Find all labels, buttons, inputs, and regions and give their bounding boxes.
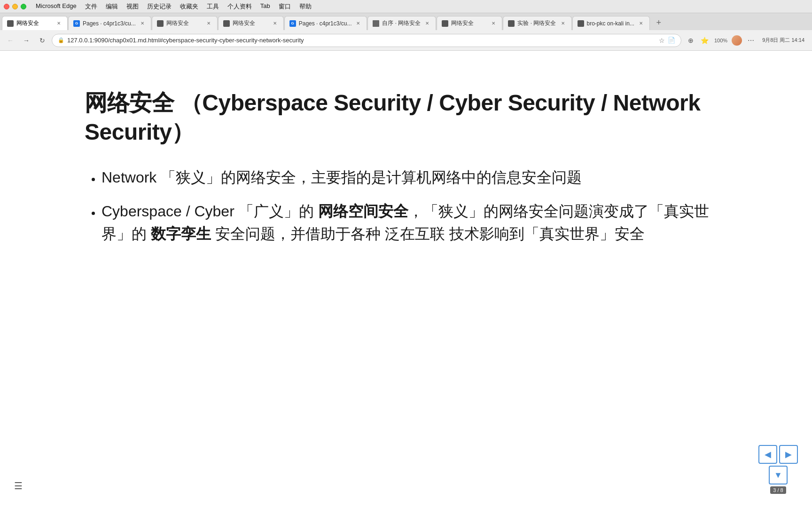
minimize-window-button[interactable] — [12, 4, 18, 9]
tab-3-title: 网络安全 — [166, 19, 202, 27]
tab-1-title: 网络安全 — [16, 19, 52, 27]
lock-icon: 🔒 — [58, 37, 64, 43]
tab-4-title: 网络安全 — [233, 19, 268, 27]
back-button[interactable]: ← — [4, 34, 17, 47]
new-tab-button[interactable]: + — [652, 16, 665, 29]
tab-9-title: bro-pkc on-kali in... — [587, 20, 634, 27]
tab-5-close[interactable]: ✕ — [354, 20, 362, 27]
hamburger-menu-button[interactable]: ☰ — [14, 480, 23, 492]
tab-2-title: Pages · c4pr1c3/cu... — [83, 20, 136, 27]
menu-edit[interactable]: 编辑 — [102, 1, 122, 12]
tab-7-favicon — [442, 20, 448, 27]
tab-5-favicon: G — [289, 20, 296, 27]
bullet-item-1: Network 「狭义」的网络安全，主要指的是计算机网络中的信息安全问题 — [102, 166, 727, 189]
browser-chrome: 网络安全 ✕ G Pages · c4pr1c3/cu... ✕ 网络安全 ✕ … — [0, 13, 812, 51]
datetime-display: 9月8日 周二 14:14 — [758, 37, 808, 44]
menu-profile[interactable]: 个人资料 — [224, 1, 256, 12]
tab-8-title: 实验 · 网络安全 — [517, 19, 556, 27]
bookmark-icon[interactable]: ☆ — [659, 37, 665, 44]
tab-bar: 网络安全 ✕ G Pages · c4pr1c3/cu... ✕ 网络安全 ✕ … — [0, 13, 812, 30]
page-counter: 3 / 8 — [770, 486, 786, 494]
tab-9-favicon — [578, 20, 584, 27]
tab-3-wangluo[interactable]: 网络安全 ✕ — [152, 16, 218, 30]
tab-5-pages[interactable]: G Pages · c4pr1c3/cu... ✕ — [284, 16, 367, 30]
toolbar-right: ⊕ ⭐ 100% ⋯ 9月8日 周二 14:14 — [684, 34, 808, 47]
address-bar[interactable]: 🔒 127.0.0.1:9090/chap0x01.md.html#cybers… — [52, 34, 681, 47]
menu-edge[interactable]: Microsoft Edge — [32, 1, 80, 12]
tab-6-favicon — [373, 20, 379, 27]
bullet-item-2: Cyberspace / Cyber 「广义」的 网络空间安全，「狭义」的网络安… — [102, 200, 727, 245]
favorites-icon[interactable]: ⭐ — [698, 34, 711, 47]
titlebar-menu: Microsoft Edge 文件 编辑 视图 历史记录 收藏夹 工具 个人资料… — [32, 1, 315, 12]
titlebar: Microsoft Edge 文件 编辑 视图 历史记录 收藏夹 工具 个人资料… — [0, 0, 812, 13]
tab-8-close[interactable]: ✕ — [559, 20, 567, 27]
menu-help[interactable]: 帮助 — [296, 1, 315, 12]
tab-4-wangluo[interactable]: 网络安全 ✕ — [218, 16, 284, 30]
address-bar-row: ← → ↻ 🔒 127.0.0.1:9090/chap0x01.md.html#… — [0, 30, 812, 51]
forward-button[interactable]: → — [20, 34, 33, 47]
tab-6-preface[interactable]: 自序 · 网络安全 ✕ — [367, 16, 436, 30]
arrow-row: ◀ ▶ — [758, 445, 798, 464]
tab-1-close[interactable]: ✕ — [55, 20, 62, 27]
tab-2-pages[interactable]: G Pages · c4pr1c3/cu... ✕ — [68, 16, 151, 30]
tab-8-favicon — [508, 20, 515, 27]
prev-slide-button[interactable]: ◀ — [758, 445, 777, 464]
tab-7-title: 网络安全 — [451, 19, 487, 27]
page-title: 网络安全 （Cyberspace Security / Cyber Securi… — [85, 88, 727, 147]
tab-4-close[interactable]: ✕ — [271, 20, 279, 27]
zoom-level[interactable]: 100% — [712, 34, 729, 47]
tab-6-close[interactable]: ✕ — [423, 20, 431, 27]
close-window-button[interactable] — [4, 4, 9, 9]
bold-digital-twin: 数字孪生 — [151, 225, 211, 242]
menu-favorites[interactable]: 收藏夹 — [176, 1, 202, 12]
tab-3-close[interactable]: ✕ — [205, 20, 212, 27]
bullet-2-text: Cyberspace / Cyber 「广义」的 网络空间安全，「狭义」的网络安… — [102, 203, 709, 242]
tab-8-experiment[interactable]: 实验 · 网络安全 ✕ — [503, 16, 571, 30]
bullet-list: Network 「狭义」的网络安全，主要指的是计算机网络中的信息安全问题 Cyb… — [85, 166, 727, 245]
url-text: 127.0.0.1:9090/chap0x01.md.html#cyberspa… — [67, 37, 656, 44]
slide-navigation: ◀ ▶ ▼ 3 / 8 — [758, 445, 798, 494]
menu-history[interactable]: 历史记录 — [143, 1, 175, 12]
down-slide-button[interactable]: ▼ — [769, 466, 788, 484]
menu-view[interactable]: 视图 — [123, 1, 142, 12]
traffic-lights — [4, 4, 26, 9]
tab-2-favicon: G — [73, 20, 80, 27]
tab-4-favicon — [223, 20, 230, 27]
bold-wangluo: 网络空间安全 — [318, 203, 408, 220]
bullet-1-text: Network 「狭义」的网络安全，主要指的是计算机网络中的信息安全问题 — [102, 169, 582, 186]
menu-tools[interactable]: 工具 — [203, 1, 223, 12]
profile-button[interactable] — [730, 34, 743, 47]
menu-window[interactable]: 窗口 — [275, 1, 295, 12]
profile-avatar — [732, 35, 742, 46]
settings-icon[interactable]: ⋯ — [744, 34, 757, 47]
tab-1-wangluo[interactable]: 网络安全 ✕ — [2, 16, 68, 30]
maximize-window-button[interactable] — [21, 4, 26, 9]
tab-9-close[interactable]: ✕ — [637, 20, 645, 27]
tab-7-close[interactable]: ✕ — [490, 20, 497, 27]
tab-3-favicon — [157, 20, 164, 27]
tab-9-bro[interactable]: bro-pkc on-kali in... ✕ — [572, 16, 650, 30]
tab-7-wangluo[interactable]: 网络安全 ✕ — [437, 16, 502, 30]
menu-file[interactable]: 文件 — [81, 1, 101, 12]
tab-6-title: 自序 · 网络安全 — [382, 19, 421, 27]
content-area: 网络安全 （Cyberspace Security / Cyber Securi… — [0, 51, 812, 482]
collections-icon[interactable]: ⊕ — [684, 34, 697, 47]
next-slide-button[interactable]: ▶ — [779, 445, 798, 464]
reader-icon[interactable]: 📄 — [668, 37, 675, 44]
refresh-button[interactable]: ↻ — [36, 34, 49, 47]
tab-2-close[interactable]: ✕ — [139, 20, 146, 27]
tab-5-title: Pages · c4pr1c3/cu... — [299, 20, 352, 27]
menu-tab[interactable]: Tab — [257, 1, 274, 12]
tab-1-favicon — [7, 20, 14, 27]
